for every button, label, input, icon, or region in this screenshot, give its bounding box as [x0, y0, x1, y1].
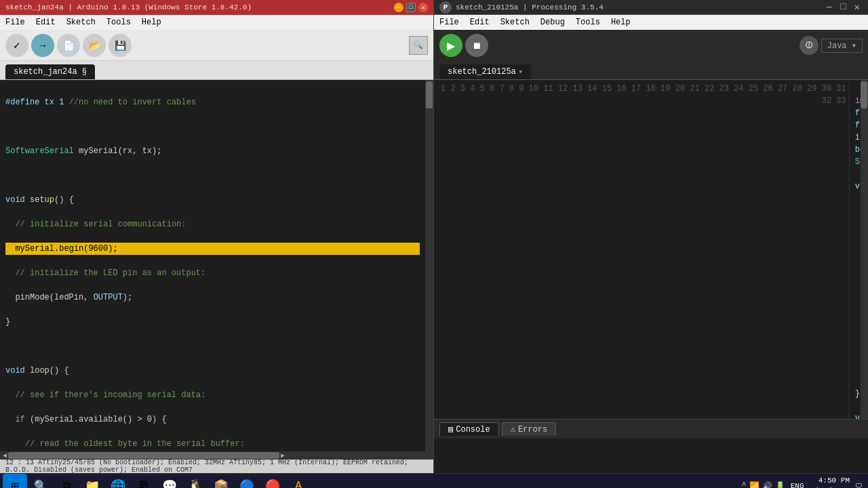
processing-editor-wrapper: 1 2 3 4 5 6 7 8 9 10 11 12 13 14 15 16 1…	[434, 80, 868, 473]
open-btn[interactable]: 📂	[83, 34, 106, 57]
arduino-active-tab[interactable]: sketch_jan24a §	[5, 64, 95, 79]
system-clock[interactable]: 4:50 PM 1/29/2021	[810, 476, 850, 488]
new-btn[interactable]: 📄	[57, 34, 80, 57]
arduino-pane: sketch_jan24a | Arduino 1.8.13 (Windows …	[0, 0, 434, 473]
proc-menu-sketch[interactable]: Sketch	[500, 18, 530, 27]
arduino-menu-tools[interactable]: Tools	[106, 18, 131, 27]
processing-close-btn[interactable]: ✕	[852, 1, 863, 13]
arduino-hscroll-thumb[interactable]	[8, 452, 279, 459]
app9-icon: A	[295, 480, 302, 488]
file-explorer-icon: 📁	[85, 479, 100, 488]
run-btn[interactable]: ▶	[439, 34, 462, 57]
proc-scrollbar[interactable]	[861, 80, 868, 419]
notification-btn[interactable]: 🗨	[852, 482, 865, 489]
processing-icon: P	[439, 1, 452, 14]
processing-toolbar: ▶ ⏹ ⓘ Java ▾	[434, 30, 868, 61]
arduino-tab-bar: sketch_jan24a §	[0, 61, 433, 80]
arduino-menu-sketch[interactable]: Sketch	[66, 18, 96, 27]
system-icons: ^ 📶 🔊 🔋	[742, 481, 785, 489]
code-line-7: mySerial.begin(9600);	[5, 244, 420, 253]
arduino-toolbar: ✓ → 📄 📂 💾 🔍	[0, 30, 433, 61]
arduino-title-text: sketch_jan24a | Arduino 1.8.13 (Windows …	[5, 3, 252, 12]
proc-code[interactable]: import processing.serial.*; float boxX; …	[850, 80, 861, 419]
serial-monitor-btn[interactable]: 🔍	[409, 36, 428, 55]
language-indicator: ENG	[791, 482, 804, 488]
taskbar-app3[interactable]: 🖹	[132, 474, 156, 488]
code-line-15: // read the oldest byte in the serial bu…	[5, 439, 245, 449]
verify-btn[interactable]: ✓	[5, 34, 28, 57]
upload-btn[interactable]: →	[31, 34, 54, 57]
code-line-3: SoftwareSerial mySerial(rx, tx);	[5, 146, 161, 156]
arduino-menubar: File Edit Sketch Tools Help	[0, 15, 433, 30]
code-line-1: #define tx 1 //no need to invert cables	[5, 98, 196, 107]
battery-icon: 🔋	[775, 481, 785, 489]
errors-icon: ⚠	[511, 424, 515, 434]
arduino-code[interactable]: #define tx 1 //no need to invert cables …	[0, 80, 425, 451]
arduino-menu-edit[interactable]: Edit	[36, 18, 56, 27]
arduino-menu-help[interactable]: Help	[142, 18, 161, 27]
processing-maximize-btn[interactable]: □	[837, 1, 848, 13]
taskbar-task-view[interactable]: ⧉	[54, 474, 79, 488]
processing-tab-bar: sketch_210125a ▾	[434, 61, 868, 80]
tab-dropdown-arrow[interactable]: ▾	[519, 68, 523, 76]
taskbar-system-tray: ^ 📶 🔊 🔋 ENG 4:50 PM 1/29/2021 🗨	[742, 476, 865, 488]
proc-menu-debug[interactable]: Debug	[540, 18, 565, 27]
start-button[interactable]: ⊞	[3, 474, 27, 488]
stop-btn[interactable]: ⏹	[465, 34, 488, 57]
app7-icon: 🔵	[239, 479, 254, 488]
taskbar-app9[interactable]: A	[286, 474, 311, 488]
save-btn[interactable]: 💾	[108, 34, 132, 57]
clock-time: 4:50 PM	[810, 476, 850, 486]
app5-icon: 🐧	[188, 479, 203, 488]
taskbar-search[interactable]: 🔍	[28, 474, 53, 488]
arduino-status-bar: 12 : 13 ATtiny25/45/85 (No bootloader); …	[0, 460, 433, 473]
app8-icon: 🔴	[265, 479, 280, 488]
processing-pane: P sketch_210125a | Processing 3.5.4 — □ …	[434, 0, 868, 473]
task-view-icon: ⧉	[63, 480, 71, 489]
proc-menu-file[interactable]: File	[439, 18, 459, 27]
processing-active-tab[interactable]: sketch_210125a ▾	[439, 64, 531, 79]
arduino-maximize-btn[interactable]: □	[406, 3, 416, 12]
processing-title-text: sketch_210125a | Processing 3.5.4	[456, 3, 604, 12]
java-mode-btn[interactable]: Java ▾	[821, 39, 863, 53]
app4-icon: 💬	[162, 479, 177, 488]
processing-minimize-btn[interactable]: —	[824, 1, 835, 13]
taskbar: ⊞ 🔍 ⧉ 📁 🌐 🖹 💬 🐧 📦 🔵 🔴	[0, 473, 868, 488]
taskbar-edge[interactable]: 🌐	[106, 474, 130, 488]
code-line-9: pinMode(ledPin, OUTPUT);	[5, 293, 132, 302]
start-icon: ⊞	[12, 479, 19, 488]
arduino-editor[interactable]: #define tx 1 //no need to invert cables …	[0, 80, 433, 451]
code-line-6: // initialize serial communication:	[5, 220, 186, 229]
processing-menubar: File Edit Sketch Debug Tools Help	[434, 15, 868, 30]
java-badge: ⓘ Java ▾	[800, 36, 863, 55]
code-line-13: // see if there's incoming serial data:	[5, 390, 205, 400]
proc-menu-help[interactable]: Help	[611, 18, 631, 27]
arduino-menu-file[interactable]: File	[5, 18, 25, 27]
app3-icon: 🖹	[138, 479, 150, 489]
proc-menu-tools[interactable]: Tools	[576, 18, 600, 27]
arduino-status-text: 12 : 13 ATtiny25/45/85 (No bootloader); …	[5, 459, 428, 474]
taskbar-app6[interactable]: 📦	[209, 474, 233, 488]
taskbar-app5[interactable]: 🐧	[183, 474, 208, 488]
volume-icon: 🔊	[762, 481, 772, 489]
processing-editor-area[interactable]: 1 2 3 4 5 6 7 8 9 10 11 12 13 14 15 16 1…	[434, 80, 868, 419]
chevron-up-icon[interactable]: ^	[742, 481, 747, 488]
proc-line-numbers: 1 2 3 4 5 6 7 8 9 10 11 12 13 14 15 16 1…	[434, 80, 850, 419]
network-icon: 📶	[749, 481, 760, 489]
arduino-title-bar: sketch_jan24a | Arduino 1.8.13 (Windows …	[0, 0, 433, 15]
proc-menu-edit[interactable]: Edit	[470, 18, 490, 27]
arduino-close-btn[interactable]: ✕	[418, 3, 428, 12]
code-line-8: // initialize the LED pin as an output:	[5, 268, 205, 278]
processing-title-bar: P sketch_210125a | Processing 3.5.4 — □ …	[434, 0, 868, 15]
taskbar-app4[interactable]: 💬	[157, 474, 182, 488]
errors-tab[interactable]: ⚠ Errors	[502, 422, 556, 436]
taskbar-app7[interactable]: 🔵	[235, 474, 259, 488]
taskbar-file-explorer[interactable]: 📁	[80, 474, 104, 488]
arduino-scrollbar[interactable]	[425, 80, 433, 451]
edge-icon: 🌐	[111, 479, 125, 488]
arduino-minimize-btn[interactable]: —	[394, 3, 403, 12]
console-tab[interactable]: ▤ Console	[439, 422, 499, 436]
code-line-10: }	[5, 317, 10, 327]
console-icon: ▤	[448, 424, 453, 434]
taskbar-app8[interactable]: 🔴	[260, 474, 285, 488]
